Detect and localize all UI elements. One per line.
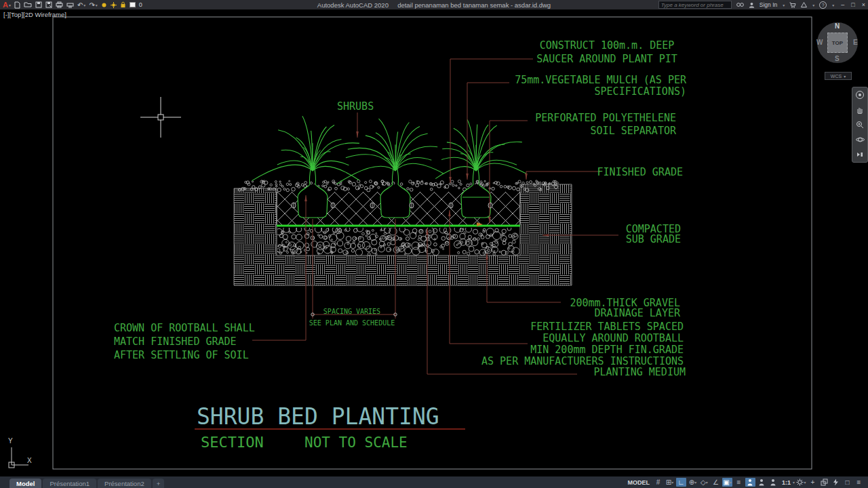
title-bar: A▾↶▾↷▾0 Autodesk AutoCAD 2020 detail pen… <box>0 0 868 9</box>
ucs-y-label: Y <box>8 437 13 445</box>
app-store-cart-icon[interactable] <box>789 2 796 8</box>
showmotion-icon[interactable] <box>855 150 865 159</box>
viewcube-south-label[interactable]: S <box>835 55 840 62</box>
save-icon[interactable] <box>35 1 42 9</box>
angle-snap-icon[interactable]: ∠ <box>711 478 721 487</box>
ucs-x-label: X <box>27 457 32 464</box>
search-binoculars-icon[interactable] <box>736 2 744 7</box>
steering-wheel-icon[interactable] <box>855 90 865 100</box>
lineweight-icon[interactable]: ≡ <box>734 478 744 487</box>
viewcube-east-label[interactable]: E <box>853 39 858 46</box>
snap-mode-icon[interactable]: ⊞▾ <box>665 478 675 487</box>
sun-icon[interactable] <box>111 1 117 9</box>
status-toggles: MODEL#⊞▾∟⊕▾◇▾∠▣▾≡1:1▾▾+□≡ <box>625 478 868 487</box>
model-space-label[interactable]: MODEL <box>625 478 652 487</box>
a360-triangle-icon[interactable] <box>801 2 807 7</box>
a360-caret-icon[interactable]: ▾ <box>812 3 814 7</box>
autocad-window: A▾↶▾↷▾0 Autodesk AutoCAD 2020 detail pen… <box>0 0 868 488</box>
layout-tabs: ModelPrésentation1Présentation2+ <box>0 476 164 488</box>
layout-tab-model[interactable]: Model <box>9 479 41 488</box>
annotation-visibility-icon[interactable] <box>745 478 755 487</box>
help-icon[interactable]: ? <box>819 1 827 9</box>
undo-icon[interactable]: ↶▾ <box>77 1 85 9</box>
graphics-performance-icon[interactable] <box>831 478 841 487</box>
minimize-button[interactable]: – <box>841 1 844 8</box>
title-underline <box>195 428 465 430</box>
color-swatch[interactable] <box>130 1 136 9</box>
polar-tracking-icon[interactable]: ⊕▾ <box>688 478 698 487</box>
document-title: detail penanaman bed tanaman semak - asd… <box>397 1 551 9</box>
status-bar: ModelPrésentation1Présentation2+ MODEL#⊞… <box>0 476 868 488</box>
wcs-label: WCS <box>831 74 842 79</box>
drawing-title: SHRUB BED PLANTING <box>197 403 439 430</box>
object-snap-icon[interactable]: ▣▾ <box>722 478 732 487</box>
viewport-controls[interactable]: [-][Top][2D Wireframe] <box>3 11 66 18</box>
zoom-icon[interactable] <box>855 120 865 129</box>
annotation-autoscale-icon[interactable] <box>757 478 767 487</box>
sign-in-user-icon[interactable] <box>749 2 755 8</box>
isolate-objects-icon[interactable] <box>819 478 829 487</box>
help-caret-icon[interactable]: ▾ <box>832 3 834 7</box>
redo-icon[interactable]: ↷▾ <box>89 1 97 9</box>
orbit-icon[interactable] <box>855 135 865 144</box>
ortho-mode-icon[interactable]: ∟ <box>676 478 686 487</box>
wcs-caret-icon: ▾ <box>844 74 846 79</box>
app-title: Autodesk AutoCAD 2020 <box>317 1 389 9</box>
isometric-drafting-icon[interactable]: ◇▾ <box>699 478 709 487</box>
autocad-logo-icon[interactable]: A▾ <box>3 1 11 9</box>
viewcube-top-face[interactable]: TOP <box>827 33 848 53</box>
plot-icon[interactable] <box>56 1 63 9</box>
sign-in-button[interactable]: Sign In <box>760 1 777 8</box>
new-file-icon[interactable] <box>14 1 20 9</box>
drawing-scale-note: NOT TO SCALE <box>304 434 408 451</box>
sign-in-caret-icon[interactable]: ▾ <box>783 3 785 7</box>
workspace-gear-icon[interactable]: ▾ <box>796 478 806 487</box>
search-input[interactable] <box>658 1 732 9</box>
annotation-scale-value[interactable]: 1:1▾ <box>780 478 795 487</box>
daylight-icon[interactable] <box>101 1 107 9</box>
new-layout-tab[interactable]: + <box>153 479 165 488</box>
navigation-bar[interactable] <box>852 87 868 163</box>
open-file-icon[interactable] <box>24 1 32 9</box>
lock-icon[interactable] <box>120 1 126 9</box>
drawing-subtitle: SECTION <box>201 434 264 451</box>
customization-icon[interactable]: ≡ <box>854 478 864 487</box>
publish-icon[interactable] <box>66 1 74 9</box>
layout-tab-présentation2[interactable]: Présentation2 <box>98 479 151 488</box>
titlebar-right-cluster: Sign In ▾ ▾ ? ▾ – □ × <box>658 0 865 9</box>
clean-screen-icon[interactable]: □ <box>842 478 852 487</box>
close-button[interactable]: × <box>862 1 865 8</box>
annotation-scale-icon[interactable] <box>768 478 778 487</box>
pan-hand-icon[interactable] <box>855 105 865 115</box>
grid-display-icon[interactable]: # <box>653 478 663 487</box>
viewcube-north-label[interactable]: N <box>835 22 840 30</box>
view-cube[interactable]: N S W E TOP WCS ▾ <box>815 20 860 80</box>
plus-icon[interactable]: + <box>808 478 818 487</box>
restore-button[interactable]: □ <box>851 1 854 8</box>
layout-tab-présentation1[interactable]: Présentation1 <box>43 479 96 488</box>
save-as-icon[interactable] <box>45 1 52 9</box>
layer-zero-label[interactable]: 0 <box>139 1 142 9</box>
wcs-dropdown[interactable]: WCS ▾ <box>825 72 852 80</box>
quick-access-toolbar: A▾↶▾↷▾0 <box>0 1 142 9</box>
viewcube-west-label[interactable]: W <box>816 39 823 46</box>
